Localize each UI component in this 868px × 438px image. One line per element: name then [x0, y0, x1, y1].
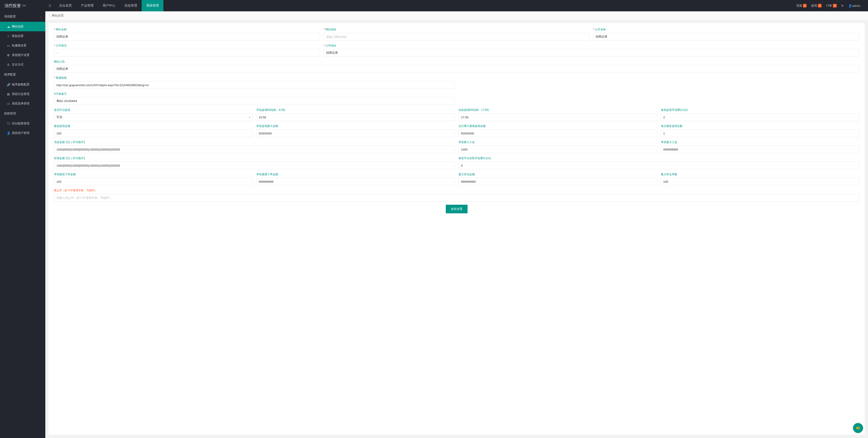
menu-icon: ⚙ [7, 54, 10, 57]
breadcrumb: » 网站设置 [45, 11, 868, 20]
label-platform-fee: 每笔平台收取手续费百分比 [459, 156, 859, 160]
company-address-input[interactable] [323, 49, 859, 57]
recharge-link[interactable]: 充值 0 [794, 4, 809, 8]
nav-item[interactable]: 产品管理 [76, 0, 98, 11]
app-version: TP6 [22, 4, 26, 7]
withdraw-daily-count-input[interactable] [661, 129, 860, 137]
label-service-link: 客服链接 [54, 76, 455, 80]
label-order-min: 单笔最低下单金额 [54, 173, 253, 176]
sidebar-item[interactable]: ▭系统菜单管理 [0, 99, 45, 108]
nav-item[interactable]: 用户中心 [98, 0, 120, 11]
label-withdraw-min: 最低提现金额 [54, 124, 253, 128]
sidebar-item-label: 系统用户管理 [12, 131, 29, 135]
user-menu[interactable]: 👤 admin ⌵ [846, 4, 865, 7]
recharge-amounts-input[interactable] [54, 146, 455, 153]
nav-item[interactable]: 系统管理 [142, 0, 163, 11]
label-withdraw-end: 结束提现时间(例：17:59) [459, 108, 657, 112]
menu-icon: 👤 [7, 132, 10, 135]
chevron-down-icon: ▾ [249, 116, 250, 119]
breadcrumb-icon: » [49, 14, 51, 18]
label-hold-max-amount: 最大持仓金额 [459, 173, 657, 176]
label-site-name: 网站名称 [54, 28, 320, 31]
order-min-input[interactable] [54, 178, 253, 185]
withdraw-link[interactable]: 提现 0 [809, 4, 824, 8]
withdraw-min-input[interactable] [54, 129, 253, 137]
menu-icon: 🔗 [7, 83, 10, 86]
menu-icon: ☆ [7, 34, 10, 38]
sidebar-item-label: 程序参数配置 [12, 83, 29, 87]
deposit-max-input[interactable] [661, 146, 860, 153]
label-order-max: 单笔最高下单金额 [256, 173, 455, 176]
nav-item[interactable]: 后台首页 [55, 0, 76, 11]
site-name-input[interactable] [54, 33, 320, 40]
withdraw-end-input[interactable] [459, 113, 657, 121]
header: 法巴投资 TP6 ☰ 后台首页产品管理用户中心信息管理系统管理 充值 0 提现 … [0, 0, 868, 11]
sidebar-item-label: 系统图片设置 [12, 53, 29, 57]
breadcrumb-title: 网站设置 [52, 13, 64, 18]
site-domain-input[interactable] [323, 33, 590, 40]
label-deposit-max: 单笔最大入金 [661, 140, 860, 144]
volume-fab[interactable] [853, 423, 863, 433]
label-company-name: 公司名称 [593, 28, 859, 31]
chevron-down-icon: ⌵ [40, 74, 41, 76]
invest-amounts-input[interactable] [54, 162, 455, 169]
order-max-input[interactable] [256, 178, 455, 185]
sidebar-toggle-icon[interactable]: ☰ [45, 4, 55, 7]
menu-icon: ▭ [7, 102, 10, 106]
app-title: 法巴投资 [4, 3, 21, 8]
sidebar-group[interactable]: 权限管理⌵ [0, 108, 45, 119]
company-name-input[interactable] [593, 33, 859, 40]
chevron-down-icon: ⌵ [40, 112, 41, 115]
menu-icon: ▭ [7, 44, 10, 48]
label-deposit-min: 单笔最小入金 [459, 140, 657, 144]
header-right: 充值 0 提现 0 订单 0 ↻ 👤 admin ⌵ [794, 0, 865, 11]
order-badge: 0 [833, 4, 837, 7]
sidebar-item[interactable]: 🔗程序参数配置 [0, 80, 45, 89]
form-card: 网站名称 网站域名 公司名称 公司电话 [49, 23, 865, 435]
withdraw-daily-max-input[interactable] [459, 129, 657, 137]
platform-fee-input[interactable] [459, 162, 859, 169]
refresh-button[interactable]: ↻ [839, 4, 846, 7]
label-icp: ICP备案号 [54, 92, 455, 96]
label-hold-max-count: 最大持仓单数 [661, 173, 860, 176]
sidebar-item[interactable]: ①支付方式 [0, 60, 45, 69]
sidebar-item-label: 奖励设置 [12, 34, 24, 38]
icp-input[interactable] [54, 97, 455, 105]
deposit-min-input[interactable] [459, 146, 657, 153]
service-link-input[interactable] [54, 81, 455, 89]
company-phone-input[interactable] [54, 49, 320, 57]
hold-max-count-input[interactable] [661, 178, 860, 185]
label-withdraw-enable: 是否开启提现 [54, 108, 253, 112]
withdraw-start-input[interactable] [256, 113, 455, 121]
sidebar-item[interactable]: ☆奖励设置 [0, 31, 45, 41]
sidebar-item[interactable]: 👤系统用户管理 [0, 128, 45, 138]
hold-max-amount-input[interactable] [459, 178, 657, 185]
nav-item[interactable]: 信息管理 [120, 0, 142, 11]
sidebar-item[interactable]: 🛡访问权限管理 [0, 119, 45, 128]
sidebar-item-label: 访问权限管理 [12, 121, 29, 125]
label-ban-ip: 禁止IP（多个IP请用半角，号隔开） [54, 188, 859, 193]
withdraw-single-max-input[interactable] [256, 129, 455, 137]
label-withdraw-single-max: 单笔提现最大金额 [256, 124, 455, 128]
order-link[interactable]: 订单 0 [824, 4, 839, 8]
sidebar-item[interactable]: ▭轮播图设置 [0, 41, 45, 50]
app-logo: 法巴投资 TP6 [0, 3, 45, 8]
label-withdraw-start: 开始提现时间(例：8:59) [256, 108, 455, 112]
withdraw-fee-input[interactable] [661, 113, 860, 121]
sidebar-item[interactable]: ▤系统日志管理 [0, 89, 45, 99]
sidebar-group[interactable]: 系统配置⌵ [0, 11, 45, 22]
withdraw-enable-select[interactable]: 开启 ▾ [54, 113, 253, 121]
volume-icon [856, 426, 861, 431]
sidebar-item-label: 支付方式 [12, 63, 24, 67]
sidebar-group[interactable]: 程序配置⌵ [0, 69, 45, 80]
label-withdraw-daily-max: 当日累计最高提现金额 [459, 124, 657, 128]
content-area: » 网站设置 网站名称 网站域名 公司名称 [45, 11, 868, 438]
sidebar-item[interactable]: ☁网站信息 [0, 22, 45, 31]
site-notice-input[interactable] [54, 65, 859, 73]
ban-ip-input[interactable] [54, 194, 859, 202]
recharge-badge: 0 [803, 4, 807, 7]
save-button[interactable]: 保存设置 [446, 205, 468, 213]
sidebar-item[interactable]: ⚙系统图片设置 [0, 50, 45, 60]
label-withdraw-daily-count: 每日最多提现次数 [661, 124, 860, 128]
sidebar-item-label: 轮播图设置 [12, 43, 27, 48]
